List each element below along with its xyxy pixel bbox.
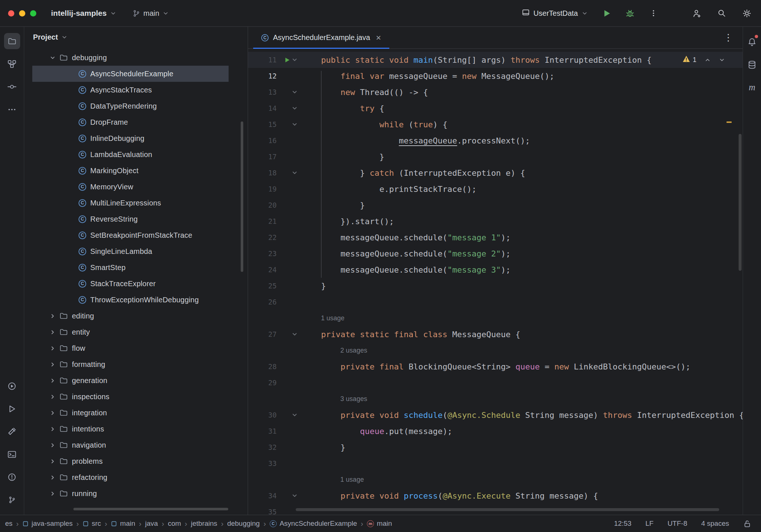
problems-toolwindow-icon[interactable] (4, 466, 20, 488)
code-line-33[interactable]: 33 (248, 455, 743, 471)
code-line-15[interactable]: 15 while (true) { (248, 116, 743, 132)
warning-indicator[interactable]: 1 (682, 55, 696, 64)
code-line-34[interactable]: 34 private void process(@Async.Execute S… (248, 488, 743, 504)
tab-asyncschedulerexample[interactable]: C AsyncSchedulerExample.java × (253, 27, 389, 48)
project-horizontal-scrollbar[interactable] (73, 508, 228, 510)
editor-gutter[interactable]: 32 (248, 439, 302, 455)
breadcrumb-item-java-samples[interactable]: java-samples (22, 520, 73, 528)
tree-item-debugging[interactable]: debugging (24, 50, 248, 66)
editor-gutter[interactable]: 35 (248, 504, 302, 515)
branch-widget[interactable]: main (132, 9, 169, 18)
code-line-26[interactable]: 26 (248, 294, 743, 310)
warning-stripe-mark[interactable] (727, 121, 732, 123)
editor-more-icon[interactable]: ⋮ (724, 32, 733, 43)
tree-item-editing[interactable]: editing (24, 308, 248, 324)
project-panel-header[interactable]: Project (24, 27, 248, 47)
run-button[interactable] (600, 7, 613, 19)
database-icon[interactable] (744, 53, 760, 76)
fold-chevron-icon[interactable] (291, 412, 298, 418)
previous-problem-icon[interactable] (704, 57, 711, 63)
project-vertical-scrollbar[interactable] (241, 121, 243, 272)
code-line-28[interactable]: 28 private final BlockingQueue<String> q… (248, 358, 743, 375)
editor-gutter[interactable]: 12 (248, 68, 302, 84)
tree-item-SmartStep[interactable]: CSmartStep (24, 259, 248, 276)
tree-item-SingleLineLambda[interactable]: CSingleLineLambda (24, 243, 248, 259)
editor-gutter[interactable]: 11 (248, 52, 302, 68)
version-control-toolwindow-icon[interactable] (4, 488, 20, 511)
breadcrumb-item-debugging[interactable]: debugging (227, 520, 260, 528)
breadcrumb-item-jetbrains[interactable]: jetbrains (191, 520, 217, 528)
chevron-down-icon[interactable] (45, 55, 59, 61)
debug-button[interactable] (624, 7, 636, 19)
settings-gear-icon[interactable] (740, 7, 753, 19)
code-line-22[interactable]: 22 messageQueue.schedule("message 1"); (248, 229, 743, 245)
code-line-29[interactable]: 29 (248, 375, 743, 391)
code-line-31[interactable]: 31 queue.put(message); (248, 423, 743, 439)
code-line-16[interactable]: 16 messageQueue.processNext(); (248, 132, 743, 149)
code-line-11[interactable]: 11 public static void main(String[] args… (248, 52, 743, 68)
chevron-right-icon[interactable] (45, 491, 59, 497)
breadcrumb-item-java[interactable]: java (145, 520, 158, 528)
fold-chevron-icon[interactable] (291, 121, 298, 128)
build-toolwindow-icon[interactable] (4, 420, 20, 443)
editor-gutter[interactable]: 27 (248, 326, 302, 342)
usage-hint[interactable]: 1 usage (248, 471, 743, 488)
code-line-18[interactable]: 18 } catch (InterruptedException e) { (248, 165, 743, 181)
tree-item-ThrowExceptionWhileDebugging[interactable]: CThrowExceptionWhileDebugging (24, 292, 248, 308)
breadcrumb-item-main[interactable]: main (111, 520, 135, 528)
tree-item-entity[interactable]: entity (24, 324, 248, 340)
usage-hint[interactable]: 3 usages (248, 391, 743, 407)
tree-item-inspections[interactable]: inspections (24, 389, 248, 405)
breadcrumb-item-AsyncSchedulerExample[interactable]: CAsyncSchedulerExample (270, 520, 357, 528)
code-line-24[interactable]: 24 messageQueue.schedule("message 3"); (248, 262, 743, 278)
editor-gutter[interactable]: 33 (248, 455, 302, 471)
tree-item-ReverseString[interactable]: CReverseString (24, 211, 248, 227)
tree-item-StackTraceExplorer[interactable]: CStackTraceExplorer (24, 276, 248, 292)
minimize-window-button[interactable] (19, 10, 25, 17)
code-line-14[interactable]: 14 try { (248, 100, 743, 116)
editor-gutter[interactable]: 29 (248, 375, 302, 391)
chevron-right-icon[interactable] (45, 394, 59, 400)
run-toolwindow-icon[interactable] (4, 397, 20, 420)
tree-item-AsyncStackTraces[interactable]: CAsyncStackTraces (24, 82, 248, 98)
next-problem-icon[interactable] (719, 57, 725, 63)
code-with-me-icon[interactable] (691, 7, 703, 19)
tree-item-formatting[interactable]: formatting (24, 356, 248, 372)
code-line-30[interactable]: 30 private void schedule(@Async.Schedule… (248, 407, 743, 423)
commit-toolwindow-icon[interactable] (4, 75, 20, 98)
services-toolwindow-icon[interactable] (4, 375, 20, 397)
chevron-right-icon[interactable] (45, 313, 59, 319)
code-line-19[interactable]: 19 e.printStackTrace(); (248, 181, 743, 197)
editor-gutter[interactable]: 17 (248, 149, 302, 165)
editor-gutter[interactable]: 21 (248, 213, 302, 229)
editor-gutter[interactable]: 23 (248, 245, 302, 262)
tree-item-refactoring[interactable]: refactoring (24, 469, 248, 485)
structure-toolwindow-icon[interactable] (4, 52, 20, 75)
run-gutter-icon[interactable] (284, 57, 290, 63)
close-window-button[interactable] (8, 10, 14, 17)
editor-gutter[interactable]: 31 (248, 423, 302, 439)
status-item-4-spaces[interactable]: 4 spaces (701, 520, 729, 528)
editor-gutter[interactable]: 25 (248, 278, 302, 294)
more-toolwindow-icon[interactable] (4, 98, 20, 121)
close-tab-icon[interactable]: × (375, 33, 381, 42)
tree-item-MemoryView[interactable]: CMemoryView (24, 179, 248, 195)
tree-item-DataTypeRendering[interactable]: CDataTypeRendering (24, 98, 248, 114)
fold-chevron-icon[interactable] (291, 492, 298, 499)
tree-item-running[interactable]: running (24, 485, 248, 502)
code-line-25[interactable]: 25 } (248, 278, 743, 294)
tree-item-MarkingObject[interactable]: CMarkingObject (24, 163, 248, 179)
tree-item-InlineDebugging[interactable]: CInlineDebugging (24, 130, 248, 146)
terminal-toolwindow-icon[interactable] (4, 443, 20, 466)
editor-gutter[interactable]: 20 (248, 197, 302, 213)
usage-hint[interactable]: 1 usage (248, 310, 743, 326)
maven-icon[interactable]: m (744, 76, 760, 99)
chevron-right-icon[interactable] (45, 458, 59, 464)
tree-item-AsyncSchedulerExample[interactable]: CAsyncSchedulerExample (24, 66, 248, 82)
project-toolwindow-icon[interactable] (4, 30, 20, 52)
editor-gutter[interactable]: 14 (248, 100, 302, 116)
code-line-13[interactable]: 13 new Thread(() -> { (248, 84, 743, 100)
breadcrumb-item-com[interactable]: com (168, 520, 181, 528)
code-line-20[interactable]: 20 } (248, 197, 743, 213)
chevron-right-icon[interactable] (45, 410, 59, 416)
